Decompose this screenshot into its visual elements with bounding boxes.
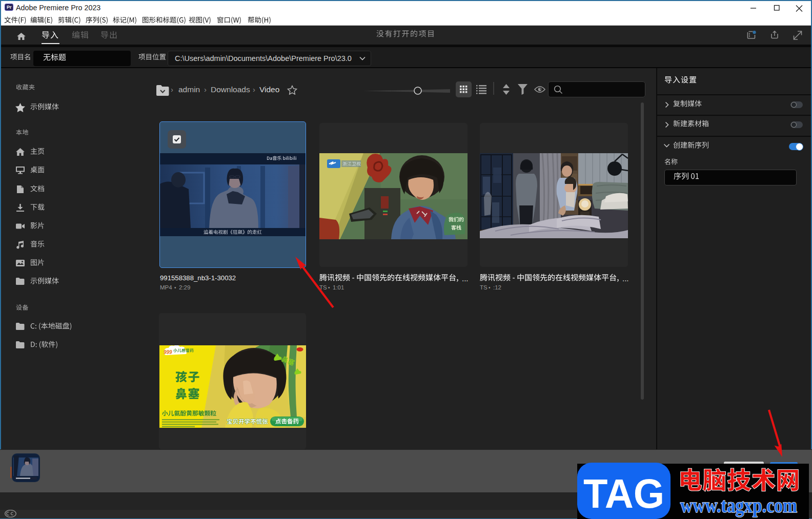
svg-text:TAG: TAG	[583, 471, 664, 516]
svg-text:999: 999	[164, 349, 172, 355]
svg-text:www.tagxp.com: www.tagxp.com	[680, 494, 797, 517]
